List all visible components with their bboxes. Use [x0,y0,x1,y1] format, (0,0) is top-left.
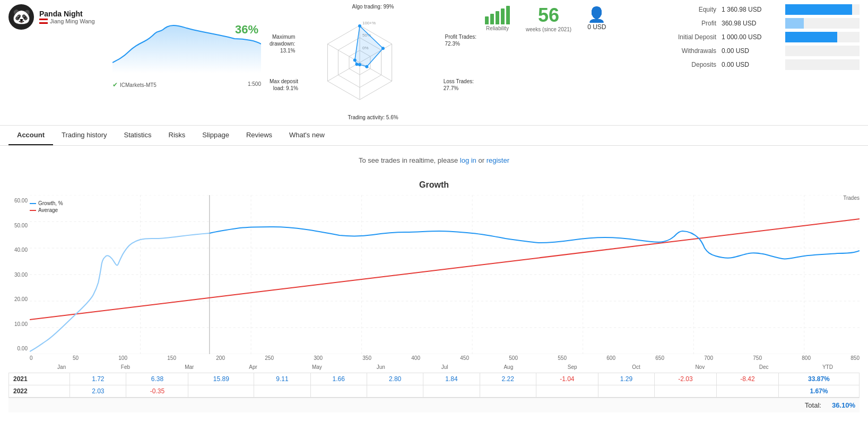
broker-info: ✔ ICMarkets-MT5 1:500 [112,81,261,89]
month-jun: Jun [349,364,413,370]
person-icon: 👤 [587,6,606,23]
x-axis-trade-labels: 0 50 100 150 200 250 300 350 400 450 500… [30,354,860,362]
feb-2021: 6.38 [126,373,188,385]
deposits-bar [785,59,860,70]
svg-point-13 [358,24,361,28]
equity-bar [785,4,860,15]
month-jul: Jul [413,364,476,370]
reliability-bars: Reliability [485,6,510,31]
tab-whats-new[interactable]: What's new [281,126,333,145]
oct-2021: 1.29 [598,373,654,385]
trades-label: Trades [843,195,860,201]
total-label: Total: [805,401,821,409]
mini-chart-svg [112,4,261,78]
tab-reviews[interactable]: Reviews [238,126,281,145]
svg-point-15 [365,65,368,68]
total-value: 36.10% [832,401,855,409]
month-ytd: YTD [796,364,860,370]
month-sep: Sep [541,364,604,370]
sep-2022 [536,385,598,398]
initial-deposit-label: Initial Deposit [653,33,716,41]
tab-statistics[interactable]: Statistics [116,126,160,145]
deposits-row: Deposits 0.00 USD [653,59,860,70]
aug-2021: 2.22 [480,373,536,385]
tab-risks[interactable]: Risks [160,126,194,145]
month-oct: Oct [604,364,668,370]
apr-2021: 9.11 [254,373,310,385]
usd-area: 👤 0 USD [587,6,606,31]
profile-subname: Jiang Ming Wang [39,18,95,24]
month-labels: Jan Feb Mar Apr May Jun Jul Aug Sep Oct … [30,364,860,370]
stats-bars: Equity 1 360.98 USD Profit 360.98 USD In… [653,4,860,73]
tabs-section: Account Trading history Statistics Risks… [0,126,868,146]
deposits-label: Deposits [653,61,716,68]
withdrawals-label: Withdrawals [653,47,716,55]
month-mar: Mar [158,364,221,370]
year-2022: 2022 [9,385,70,398]
radar-area: Algo trading: 99% Profit Trades:72.3% Lo… [270,4,476,121]
login-link[interactable]: log in [460,156,476,164]
mini-chart: 36% ✔ ICMarkets-MT5 1:500 [112,4,261,89]
svg-marker-12 [355,26,383,67]
jan-2022: 2.03 [70,385,126,398]
reliability-bar-chart [485,6,510,24]
equity-bar-fill [785,4,852,15]
profile-name: Panda Night [39,10,95,18]
year-2021: 2021 [9,373,70,385]
verified-icon: ✔ [112,81,118,89]
table-row-2021: 2021 1.72 6.38 15.89 9.11 1.66 2.80 1.84… [9,373,860,385]
withdrawals-bar [785,46,860,56]
deposits-value: 0.00 USD [722,61,780,68]
content-section: To see trades in realtime, please log in… [0,146,868,423]
svg-text:100+%: 100+% [362,21,376,25]
avatar-emoji: 🐼 [12,10,31,24]
bar-1 [485,16,489,24]
month-feb: Feb [93,364,157,370]
register-link[interactable]: register [487,156,509,164]
bar-2 [490,14,494,24]
withdrawals-row: Withdrawals 0.00 USD [653,46,860,56]
profile-area: 🐼 Panda Night Jiang Ming Wang [8,4,104,30]
usd-value: 0 USD [587,23,606,31]
chart-title: Growth [8,180,860,190]
ytd-2021: 33.87% [778,373,859,385]
bar-4 [501,8,505,24]
avatar: 🐼 [8,4,34,30]
apr-2022 [254,385,310,398]
month-nov: Nov [668,364,732,370]
realtime-notice: To see trades in realtime, please log in… [8,156,860,164]
initial-deposit-bar-fill [785,32,837,42]
tab-account[interactable]: Account [8,126,53,145]
may-2022 [310,385,367,398]
leverage: 1:500 [248,81,261,89]
ytd-2022: 1.67% [778,385,859,398]
initial-deposit-row: Initial Deposit 1 000.00 USD [653,32,860,42]
jul-2021: 1.84 [423,373,480,385]
chart-svg-wrapper: Trades [30,195,860,354]
bar-5 [506,6,510,24]
may-2021: 1.66 [310,373,367,385]
jan-2021: 1.72 [70,373,126,385]
tab-slippage[interactable]: Slippage [194,126,238,145]
initial-deposit-bar [785,32,860,42]
profit-value: 360.98 USD [722,20,780,27]
month-may: May [285,364,349,370]
growth-percentage: 36% [235,23,258,37]
month-jan: Jan [30,364,93,370]
reliability-area: Reliability 56 weeks (since 2021) 👤 0 US… [485,4,644,32]
profit-bar-fill [785,18,804,29]
svg-point-14 [381,47,385,50]
growth-chart-wrapper: Growth, % Average 60.00 50.00 40.00 30.0… [8,195,860,370]
nov-2022 [655,385,717,398]
oct-2022 [598,385,654,398]
mar-2021: 15.89 [188,373,254,385]
dec-2022 [716,385,778,398]
jun-2021: 2.80 [367,373,423,385]
svg-point-16 [358,63,361,66]
svg-line-34 [30,219,860,320]
tab-trading-history[interactable]: Trading history [53,126,116,145]
dec-2021: -8.42 [716,373,778,385]
equity-label: Equity [653,6,716,13]
reliability-label: Reliability [486,25,509,31]
nov-2021: -2.03 [655,373,717,385]
